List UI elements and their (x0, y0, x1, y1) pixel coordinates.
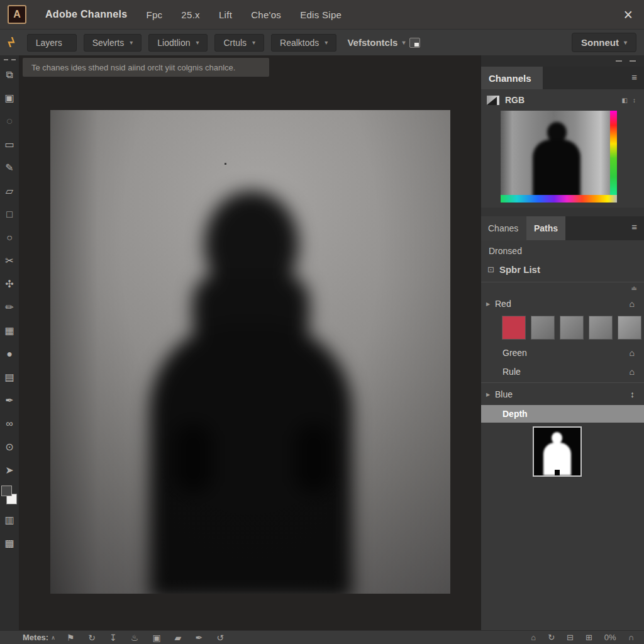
channel-row-blue[interactable]: ▶ Blue ↕ (481, 386, 644, 402)
channel-label: Red (495, 299, 511, 309)
eraser-tool[interactable]: ▱ (0, 179, 19, 203)
sort-icon[interactable]: ↕ (633, 97, 636, 104)
options-dropdown-button[interactable]: Layers (27, 34, 77, 52)
grid-icon[interactable]: ⊞ (586, 633, 592, 642)
home-icon[interactable]: ⌂ (630, 299, 635, 309)
tab-chanes[interactable]: Chanes (481, 216, 526, 240)
gray-swatch[interactable] (560, 316, 584, 340)
panel-menu-icon[interactable]: ≡ (631, 221, 637, 232)
pen-tool[interactable]: ✒ (0, 389, 19, 412)
expand-caret-icon[interactable]: ▶ (481, 392, 495, 397)
color-swatches-widget[interactable] (1, 486, 18, 504)
paths-item-dronsed[interactable]: Dronsed (489, 246, 522, 256)
canvas-dust-dot (225, 163, 226, 165)
pencil-tool[interactable]: ✏ (0, 296, 19, 319)
channel-row-depth-selected[interactable]: Depth (481, 405, 644, 423)
sync-icon[interactable]: ↺ (216, 633, 224, 643)
status-label[interactable]: Metes: (23, 633, 48, 642)
lasso2-tool[interactable]: ○ (0, 226, 19, 249)
preset-button[interactable]: Sonneut ▾ (572, 33, 636, 52)
folder-icon[interactable]: ▰ (175, 633, 182, 643)
feather-icon[interactable]: ✒ (195, 633, 203, 643)
channel-row-rule[interactable]: Rule ⌂ (481, 364, 644, 380)
briefcase-icon[interactable]: ⊟ (567, 633, 574, 642)
rgb-channel-preview[interactable] (501, 111, 617, 203)
gray-swatch[interactable] (618, 316, 641, 340)
menu-item[interactable]: 25.x (181, 9, 200, 20)
workspace: Te chanes ides sthed nsid aiind orclt yi… (19, 55, 480, 631)
rgb-row-icons[interactable]: ◧ ↕ (622, 97, 636, 104)
sort-icon[interactable]: ≐ (631, 284, 637, 293)
blob-tool[interactable]: ● (0, 342, 19, 365)
marquee-tool[interactable]: □ (0, 203, 19, 226)
chevron-up-icon[interactable]: ∧ (51, 635, 55, 641)
menu-item[interactable]: Lift (219, 9, 232, 20)
brush-tool[interactable]: ✎ (0, 156, 19, 179)
paths-item-spbr-list[interactable]: ⊡ Spbr List (487, 264, 540, 275)
close-icon[interactable]: × (619, 7, 636, 23)
foreground-color-swatch[interactable] (1, 486, 12, 496)
download-icon[interactable]: ↧ (109, 633, 117, 643)
flag-icon[interactable]: ⚑ (67, 633, 75, 643)
van-tool[interactable]: ▭ (0, 133, 19, 156)
pattern-tool[interactable]: ▦ (0, 319, 19, 342)
app-logo-icon: A (8, 5, 26, 24)
channel-swatches (502, 316, 641, 340)
refresh-icon[interactable]: ↻ (88, 633, 96, 643)
options-dropdown-button[interactable]: Sevlerts▾ (84, 34, 142, 52)
home-icon[interactable]: ⌂ (630, 367, 635, 377)
options-buttons: Layers Sevlerts▾ Liodtlion▾ Crtuls▾ Real… (27, 34, 337, 52)
options-dropdown-button[interactable]: Crtuls▾ (214, 34, 264, 52)
panel-menu-icon[interactable]: ≡ (631, 72, 637, 82)
picture-tool[interactable]: ▤ (0, 365, 19, 389)
options-dropdown-button[interactable]: Liodtlion▾ (148, 34, 208, 52)
expand-caret-icon[interactable]: ▶ (481, 301, 495, 307)
channel-row-red[interactable]: ▶ Red ⌂ (481, 296, 644, 312)
preview-silhouette (501, 111, 617, 203)
tab-paths[interactable]: Paths (526, 216, 565, 240)
toolbar-collapse-icon[interactable] (4, 59, 16, 60)
sort-icon[interactable]: ↕ (630, 389, 635, 399)
move-tool[interactable]: ➤ (0, 458, 19, 482)
panel-collapse-bar[interactable] (481, 55, 644, 67)
rainbow-strip-bottom (501, 195, 617, 203)
zoom-tool[interactable]: ⊙ (0, 435, 19, 458)
canvas[interactable] (50, 110, 450, 594)
red-swatch[interactable] (502, 316, 526, 340)
menu-item[interactable]: Fpc (146, 9, 162, 20)
home-icon[interactable]: ⌂ (630, 348, 635, 358)
arch-icon[interactable]: ∩ (628, 633, 634, 642)
gray-swatch[interactable] (531, 316, 555, 340)
list-icon: ⊡ (487, 265, 494, 274)
status-bar: Metes: ∧ ⚑↻↧♨▣▰✒↺ ⌂↻⊟⊞ 0% ∩ (0, 630, 644, 644)
options-dropdown-button[interactable]: Realktods▾ (271, 34, 336, 52)
menu-item[interactable]: Edis Sipe (300, 9, 341, 20)
copy-tool[interactable]: ⧉ (0, 63, 19, 86)
zoom-level-text[interactable]: 0% (604, 633, 616, 642)
depth-mask-thumbnail[interactable] (533, 426, 582, 477)
half-square-icon[interactable]: ◧ (622, 97, 628, 104)
clone-tool[interactable]: ✣ (0, 272, 19, 296)
rgb-channel-row[interactable]: RGB ◧ ↕ (481, 89, 644, 111)
channel-row-green[interactable]: Green ⌂ (481, 345, 644, 361)
menu-item[interactable]: Che'os (251, 9, 281, 20)
tab-channels[interactable]: Channels (481, 67, 543, 89)
paths-panel-body: Dronsed ⊡ Spbr List ≐ ▶ Red ⌂ Green ⌂ Ru… (481, 240, 644, 631)
menu-item[interactable]: Adobe Channels (45, 9, 127, 20)
frame-tool[interactable]: ▣ (0, 86, 19, 109)
image-tool[interactable]: ▩ (0, 531, 19, 555)
lamp-icon[interactable]: ♨ (131, 633, 139, 643)
mask-tool[interactable]: ▥ (0, 508, 19, 531)
lasso-tool[interactable]: ◌ (0, 109, 19, 133)
rgb-thumbnail-icon (487, 96, 499, 105)
home-icon[interactable]: ⌂ (531, 633, 536, 642)
right-panel: Channels ≡ RGB ◧ ↕ Chanes Paths ≡ Dronse… (480, 55, 644, 631)
gray-swatch[interactable] (589, 316, 613, 340)
slice-tool[interactable]: ✂ (0, 249, 19, 272)
view-dropdown[interactable]: Vefstontcls ▾ (347, 37, 420, 48)
panel-preview-icon[interactable] (409, 38, 420, 48)
image-icon[interactable]: ▣ (152, 633, 160, 643)
link-tool[interactable]: ∞ (0, 412, 19, 435)
home-refresh-icon[interactable]: ↻ (548, 633, 555, 642)
bolt-icon[interactable]: ϟ (8, 35, 15, 51)
